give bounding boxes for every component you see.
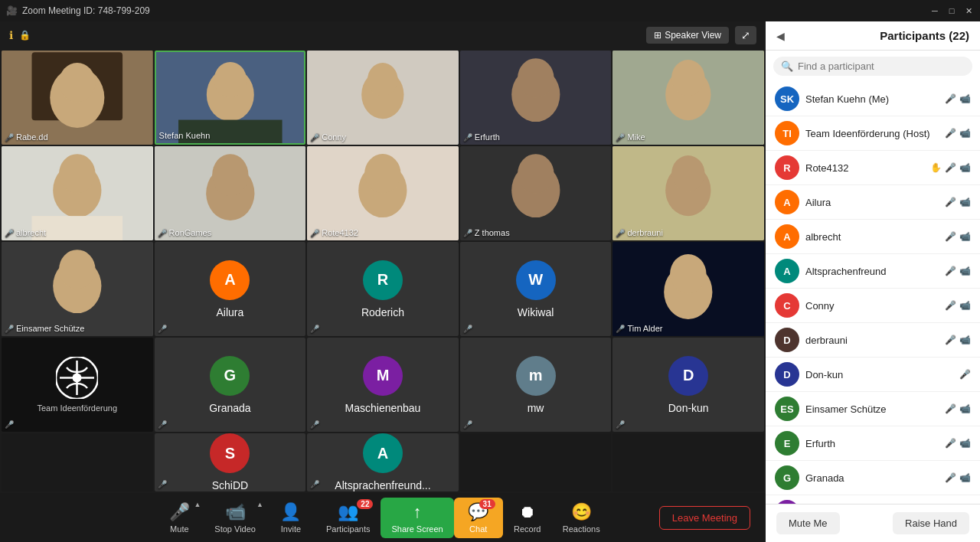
list-item[interactable]: R Rote4132 ✋ 🎤 📹	[766, 151, 980, 185]
collapse-panel-button[interactable]: ◀	[776, 30, 785, 42]
participants-button[interactable]: 👥 22 Participants	[315, 498, 381, 538]
mic-off-icon: 🎤	[945, 266, 956, 276]
maximize-button[interactable]: □	[946, 5, 957, 16]
camera-icon: 📹	[225, 502, 246, 522]
video-off-icon: 📹	[959, 403, 971, 414]
video-cell-maschienenbau: M Maschienenbau 🎤	[307, 338, 459, 432]
list-item[interactable]: D derbrauni 🎤 📹	[766, 323, 980, 358]
list-item[interactable]: E Erfurth 🎤 📹	[766, 426, 980, 461]
participant-name: Rote4132	[805, 162, 930, 174]
participants-count: (22)	[949, 29, 969, 42]
video-cell-altsprachen: A Altsprachenfreund... 🎤	[307, 433, 459, 491]
mic-off-icon: 🎤	[959, 369, 971, 380]
svg-point-29	[518, 154, 554, 193]
search-input[interactable]	[798, 60, 965, 72]
name-tag-altsprachen: 🎤	[310, 480, 319, 488]
title-bar: 🎥 Zoom Meeting ID: 748-799-209 ─ □ ✕	[0, 0, 980, 21]
avatar: C	[775, 293, 799, 318]
video-on-icon: 📹	[959, 300, 971, 311]
video-cell-erfurth: 🎤 Erfurth	[460, 51, 612, 145]
avatar: E	[775, 431, 799, 455]
video-cell-roderich: R Roderich 🎤	[307, 242, 459, 336]
mic-on-icon: 🎤	[945, 162, 956, 173]
share-screen-icon: ↑	[413, 502, 422, 522]
svg-point-19	[59, 154, 95, 193]
panel-header: ◀ Participants (22)	[766, 21, 980, 51]
name-tag-conny: 🎤 Conny	[310, 132, 346, 142]
speaker-view-button[interactable]: ⊞ Speaker View	[646, 27, 729, 44]
video-cell-granada: G Granada 🎤	[155, 338, 306, 432]
mic-off-icon: 🎤	[945, 197, 956, 207]
list-item[interactable]: SK Stefan Kuehn (Me) 🎤 📹	[766, 82, 980, 116]
video-cell-empty2	[460, 433, 612, 491]
search-box: 🔍	[773, 57, 972, 76]
participants-badge: 22	[357, 499, 373, 509]
video-cell-mike: 🎤 Mike	[612, 51, 764, 145]
reactions-button[interactable]: 😊 Reactions	[552, 498, 611, 538]
mic-off-rabe: 🎤	[5, 133, 14, 142]
chat-button[interactable]: 💬 31 Chat	[454, 498, 503, 538]
video-cell-conny: 🎤 Conny	[307, 51, 459, 145]
name-tag-ailura: 🎤	[158, 325, 167, 333]
name-tag-mw: 🎤	[463, 420, 472, 429]
list-item[interactable]: G Granada 🎤 📹	[766, 461, 980, 495]
participants-panel: ◀ Participants (22) 🔍 SK Stefan Kuehn (M…	[766, 21, 980, 542]
record-button[interactable]: ⏺ Record	[503, 498, 552, 538]
share-screen-button[interactable]: ↑ Share Screen	[381, 498, 453, 538]
speaker-view-icon: ⊞	[654, 30, 662, 41]
video-cell-donkun: D Don-kun 🎤	[612, 338, 764, 432]
raise-hand-button[interactable]: Raise Hand	[893, 512, 969, 534]
svg-point-32	[671, 155, 704, 191]
video-on-icon: 📹	[959, 162, 971, 173]
top-bar-right: ⊞ Speaker View ⤢	[646, 26, 756, 44]
video-cell-einsamer: 🎤 Einsamer Schütze	[2, 242, 153, 336]
list-item[interactable]: ES Einsamer Schütze 🎤 📹	[766, 392, 980, 426]
participant-name: Conny	[805, 300, 945, 312]
video-cell-schidd: S SchiDD 🎤	[155, 433, 306, 491]
name-tag-rote: 🎤 Rote4132	[310, 228, 358, 237]
video-arrow: ▲	[256, 501, 263, 508]
info-icon[interactable]: ℹ	[9, 29, 13, 41]
avatar: D	[775, 362, 799, 387]
mic-off-icon: 🎤	[945, 472, 956, 483]
fullscreen-button[interactable]: ⤢	[735, 26, 756, 44]
video-cell-wikiwal: W Wikiwal 🎤	[460, 242, 612, 336]
list-item[interactable]: A Ailura 🎤 📹	[766, 185, 980, 220]
participant-name: Granada	[805, 472, 945, 484]
video-cell-albrecht: 🎤 albrecht	[2, 146, 153, 240]
mute-me-button[interactable]: Mute Me	[776, 512, 840, 534]
main-layout: ℹ 🔒 ⊞ Speaker View ⤢	[0, 21, 980, 542]
list-item[interactable]: A albrecht 🎤 📹	[766, 220, 980, 254]
minimize-button[interactable]: ─	[929, 5, 940, 16]
video-cell-stefan: Stefan Kuehn	[155, 51, 306, 145]
video-on-icon: 📹	[959, 231, 971, 242]
stop-video-button[interactable]: 📹 Stop Video ▲	[204, 498, 266, 538]
list-item[interactable]: D Don-kun 🎤	[766, 358, 980, 392]
list-item[interactable]: M Maschienenbau 🎤	[766, 495, 980, 504]
reactions-icon: 😊	[571, 502, 592, 522]
participant-name: Don-kun	[805, 369, 959, 380]
mute-button[interactable]: 🎤 Mute ▲	[155, 498, 204, 538]
video-grid: 🎤 Rabe.dd Stefan Kuehn	[0, 49, 766, 493]
panel-footer: Mute Me Raise Hand	[766, 504, 980, 542]
name-tag-albrecht: 🎤 albrecht	[5, 228, 46, 237]
participant-name: derbrauni	[805, 335, 945, 346]
video-cell-timalder: 🎤 Tim Alder	[612, 242, 764, 336]
chat-badge: 31	[479, 499, 495, 509]
video-cell-mw: m mw 🎤	[460, 338, 612, 432]
video-off-icon: 📹	[959, 438, 971, 449]
avatar: TI	[775, 121, 799, 145]
close-button[interactable]: ✕	[963, 5, 974, 16]
video-cell-zthomas: 🎤 Z thomas	[460, 146, 612, 240]
logo-svg	[56, 357, 98, 399]
video-cell-rote: 🎤 Rote4132	[307, 146, 459, 240]
list-item[interactable]: TI Team Ideenförderung (Host) 🎤 📹	[766, 116, 980, 151]
video-off-icon: 📹	[959, 197, 971, 207]
leave-meeting-button[interactable]: Leave Meeting	[659, 506, 750, 530]
list-item[interactable]: C Conny 🎤 📹	[766, 289, 980, 323]
list-item[interactable]: A Altsprachenfreund 🎤 📹	[766, 254, 980, 289]
name-tag-schidd: 🎤	[158, 480, 167, 488]
invite-button[interactable]: 👤 Invite	[266, 498, 315, 538]
name-tag-teamideen: 🎤	[5, 420, 14, 429]
avatar: R	[775, 155, 799, 180]
